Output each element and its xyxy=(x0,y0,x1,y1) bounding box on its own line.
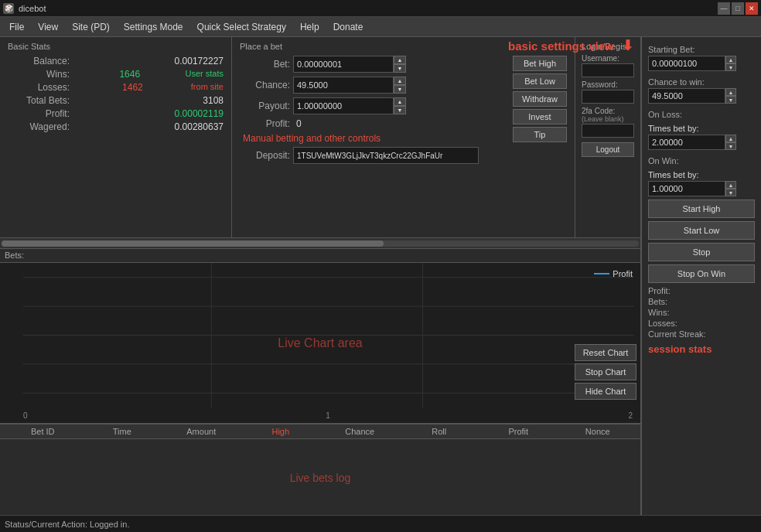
chart-svg xyxy=(0,263,640,408)
menu-help[interactable]: Help xyxy=(294,19,326,35)
bets-log-body: Live bets log xyxy=(0,439,640,517)
times-bet-loss-group: ▲ ▼ xyxy=(648,135,755,150)
menu-view[interactable]: View xyxy=(32,19,64,35)
payout-spin-up[interactable]: ▲ xyxy=(394,97,406,106)
chance-spin-up[interactable]: ▲ xyxy=(394,77,406,85)
times-bet-win-label: Times bet by: xyxy=(648,170,755,179)
chart-legend: Profit xyxy=(594,269,633,278)
horizontal-scrollbar-row[interactable] xyxy=(0,238,640,249)
starting-bet-input[interactable] xyxy=(648,56,725,71)
stat-profit: Profit: 0.00002119 xyxy=(8,108,224,119)
bets-log-placeholder: Live bets log xyxy=(290,472,351,484)
chance-input[interactable] xyxy=(293,77,394,94)
right-losses-label: Losses: xyxy=(648,319,677,328)
stop-button[interactable]: Stop xyxy=(648,243,755,261)
bet-spin-up[interactable]: ▲ xyxy=(394,56,406,64)
col-nonce: Nonce xyxy=(558,427,638,436)
leave-blank-hint: (Leave blank) xyxy=(582,115,634,123)
stat-wagered: Wagered: 0.00280637 xyxy=(8,121,224,132)
tfa-input[interactable] xyxy=(582,124,634,138)
chart-side-buttons: Reset Chart Stop Chart Hide Chart xyxy=(575,344,636,400)
starting-bet-label: Starting Bet: xyxy=(648,45,755,54)
stat-wins: Wins: 1646 User stats xyxy=(8,69,224,80)
user-stats-link[interactable]: User stats xyxy=(185,69,224,80)
top-section: Basic Stats Balance: 0.00172227 Wins: 16… xyxy=(0,37,640,238)
chance-field-row: Chance: ▲ ▼ xyxy=(240,77,499,94)
bet-high-button[interactable]: Bet High xyxy=(513,56,567,71)
stop-on-win-button[interactable]: Stop On Win xyxy=(648,264,755,283)
status-text: Status/Current Action: Logged in. xyxy=(5,520,129,529)
bets-label: Bets: xyxy=(0,249,640,263)
window-controls: — □ ✕ xyxy=(718,2,758,15)
times-bet-loss-input[interactable] xyxy=(648,135,725,150)
password-input[interactable] xyxy=(582,90,634,104)
bet-action-buttons: Bet High Bet Low Withdraw Invest Tip xyxy=(513,56,567,164)
start-high-button[interactable]: Start High xyxy=(648,200,755,218)
times-win-spin-up[interactable]: ▲ xyxy=(725,181,736,189)
chance-win-spin-down[interactable]: ▼ xyxy=(725,96,736,104)
right-wins-label: Wins: xyxy=(648,308,670,317)
right-bets-row: Bets: xyxy=(648,297,755,306)
title-bar-left: 🎲 dicebot xyxy=(3,3,46,14)
stat-losses: Losses: 1462 from site xyxy=(8,82,224,93)
status-bar: Status/Current Action: Logged in. xyxy=(0,515,761,532)
right-profit-label: Profit: xyxy=(648,286,671,295)
times-bet-win-input[interactable] xyxy=(648,181,725,196)
bet-spin-down[interactable]: ▼ xyxy=(394,64,406,73)
chance-win-spin-up[interactable]: ▲ xyxy=(725,88,736,96)
main-content: Basic Stats Balance: 0.00172227 Wins: 16… xyxy=(0,37,761,532)
right-losses-row: Losses: xyxy=(648,319,755,328)
bet-input[interactable] xyxy=(293,56,394,73)
chart-area: Live Chart area Profit 0 1 2 Reset Chart… xyxy=(0,263,640,424)
payout-spin-down[interactable]: ▼ xyxy=(394,106,406,114)
down-arrow-icon: ⬇ xyxy=(622,37,633,54)
chance-spin-down[interactable]: ▼ xyxy=(394,85,406,94)
times-loss-spin-up[interactable]: ▲ xyxy=(725,135,736,142)
legend-label: Profit xyxy=(613,269,633,278)
invest-button[interactable]: Invest xyxy=(513,109,567,124)
times-win-spin-down[interactable]: ▼ xyxy=(725,189,736,196)
left-center-panel: Basic Stats Balance: 0.00172227 Wins: 16… xyxy=(0,37,641,532)
col-roll: Roll xyxy=(400,427,479,436)
tip-button[interactable]: Tip xyxy=(513,127,567,142)
menu-bar: File View Site (PD) Settings Mode Quick … xyxy=(0,17,761,37)
chance-win-input[interactable] xyxy=(648,88,725,104)
reset-chart-button[interactable]: Reset Chart xyxy=(575,344,636,361)
minimize-button[interactable]: — xyxy=(718,2,730,15)
col-bet-id: Bet ID xyxy=(3,427,83,436)
maximize-button[interactable]: □ xyxy=(732,2,744,15)
menu-file[interactable]: File xyxy=(3,19,30,35)
logout-button[interactable]: Logout xyxy=(582,142,634,157)
login-panel: Login/Regist Username: Password: 2fa Cod… xyxy=(575,37,640,237)
col-chance: Chance xyxy=(320,427,400,436)
start-low-button[interactable]: Start Low xyxy=(648,221,755,240)
payout-field-row: Payout: ▲ ▼ xyxy=(240,97,499,114)
close-button[interactable]: ✕ xyxy=(746,2,758,15)
scrollbar-thumb xyxy=(2,240,384,247)
bet-low-button[interactable]: Bet Low xyxy=(513,73,567,89)
menu-quick-select[interactable]: Quick Select Strategy xyxy=(191,19,292,35)
starting-bet-spin-up[interactable]: ▲ xyxy=(725,56,736,63)
payout-input[interactable] xyxy=(293,97,394,114)
deposit-input[interactable] xyxy=(293,147,479,164)
starting-bet-spin-down[interactable]: ▼ xyxy=(725,63,736,71)
chart-x-labels: 0 1 2 xyxy=(23,411,633,420)
menu-site[interactable]: Site (PD) xyxy=(66,19,116,35)
col-high: High xyxy=(241,427,321,436)
menu-donate[interactable]: Donate xyxy=(327,19,370,35)
right-streak-row: Current Streak: xyxy=(648,329,755,339)
title-bar: 🎲 dicebot — □ ✕ xyxy=(0,0,761,17)
hide-chart-button[interactable]: Hide Chart xyxy=(575,383,636,400)
right-profit-row: Profit: xyxy=(648,286,755,295)
session-stats-label: session stats xyxy=(648,343,755,355)
stop-chart-button[interactable]: Stop Chart xyxy=(575,363,636,380)
right-panel: Starting Bet: ▲ ▼ Chance to win: ▲ ▼ On … xyxy=(641,37,761,532)
username-input[interactable] xyxy=(582,63,634,77)
times-loss-spin-down[interactable]: ▼ xyxy=(725,142,736,150)
col-profit: Profit xyxy=(479,427,558,436)
profit-row: Profit: 0 xyxy=(240,118,499,129)
menu-settings-mode[interactable]: Settings Mode xyxy=(118,19,189,35)
horizontal-scrollbar[interactable] xyxy=(2,240,639,247)
withdraw-button[interactable]: Withdraw xyxy=(513,91,567,107)
legend-line xyxy=(594,273,609,275)
